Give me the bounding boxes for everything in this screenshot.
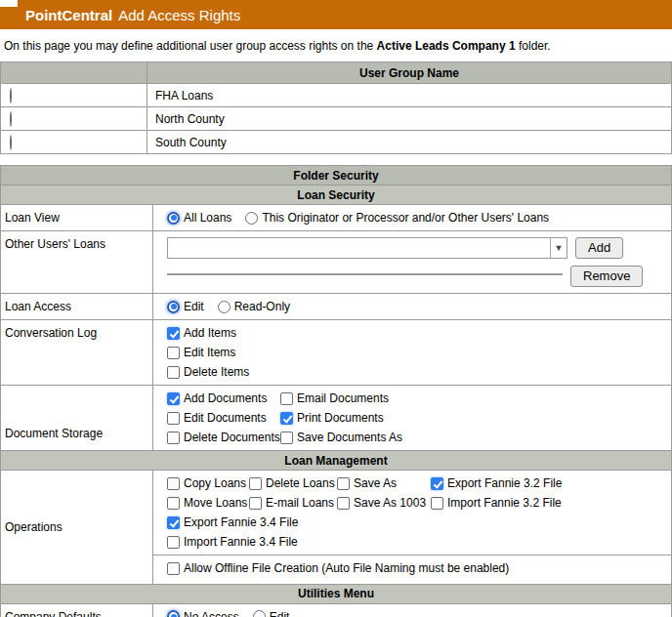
checkbox-label: Allow Offline File Creation (Auto File N…	[184, 561, 509, 575]
add-items-checkbox[interactable]	[167, 327, 180, 340]
edit-radio[interactable]	[167, 301, 180, 313]
folder-name: Active Leads Company 1	[377, 39, 516, 53]
checkbox-label: Edit Items	[184, 346, 235, 359]
export-fannie-34-checkbox[interactable]	[167, 516, 180, 529]
remove-button[interactable]: Remove	[570, 266, 643, 287]
checkbox-label: Move Loans	[184, 496, 247, 510]
export-fannie-32-checkbox[interactable]	[431, 477, 443, 490]
operations-import-fannie-32[interactable]: Import Fannie 3.2 File	[431, 496, 667, 510]
email-loans-checkbox[interactable]	[249, 497, 262, 510]
user-group-name: North County	[147, 107, 672, 131]
loan-access-option-read-only[interactable]: Read-Only	[218, 300, 290, 313]
document-storage-edit-documents[interactable]: Edit Documents	[167, 411, 280, 425]
document-storage-delete-documents[interactable]: Delete Documents	[167, 431, 280, 444]
user-group-radio-cell[interactable]	[1, 131, 147, 154]
operations-save-as-1003[interactable]: Save As 1003	[337, 496, 431, 510]
document-storage-email-documents[interactable]: Email Documents	[280, 391, 667, 405]
conversation-log-delete-items[interactable]: Delete Items	[167, 365, 667, 379]
user-group-table: User Group Name FHA Loans North County S…	[0, 62, 672, 154]
company-defaults-option-edit[interactable]: Edit	[253, 610, 290, 617]
allow-offline-file-creation-checkbox[interactable]	[167, 562, 180, 575]
add-button[interactable]: Add	[575, 237, 623, 259]
checkbox-label: Export Fannie 3.4 File	[184, 515, 298, 529]
this-originator-radio[interactable]	[245, 212, 258, 225]
save-documents-as-checkbox[interactable]	[280, 432, 293, 444]
delete-items-checkbox[interactable]	[167, 366, 180, 379]
operations-email-loans[interactable]: E-mail Loans	[249, 496, 337, 510]
document-storage-add-documents[interactable]: Add Documents	[167, 391, 280, 405]
operations-copy-loans[interactable]: Copy Loans	[167, 476, 249, 490]
checkbox-label: Delete Documents	[184, 431, 280, 444]
operations-import-fannie-34[interactable]: Import Fannie 3.4 File	[167, 535, 298, 549]
loan-view-options: All Loans This Originator or Processor a…	[167, 211, 667, 225]
copy-loans-checkbox[interactable]	[167, 477, 180, 490]
save-as-1003-checkbox[interactable]	[337, 497, 350, 510]
other-users-loans-select[interactable]: ▼	[167, 237, 567, 259]
edit-access-radio[interactable]	[253, 610, 266, 617]
company-defaults-option-no-access[interactable]: No Access	[167, 610, 239, 617]
document-storage-save-documents-as[interactable]: Save Documents As	[280, 431, 667, 444]
import-fannie-34-checkbox[interactable]	[167, 536, 180, 549]
operations-allow-offline-file-creation[interactable]: Allow Offline File Creation (Auto File N…	[167, 561, 509, 575]
document-storage-print-documents[interactable]: Print Documents	[280, 411, 667, 425]
operations-export-fannie-32[interactable]: Export Fannie 3.2 File	[431, 476, 667, 490]
save-as-checkbox[interactable]	[337, 477, 350, 490]
section-header-loan-security: Loan Security	[1, 185, 672, 205]
user-group-radio-cell[interactable]	[1, 107, 147, 131]
import-fannie-32-checkbox[interactable]	[431, 497, 443, 510]
checkbox-label: Delete Items	[184, 365, 249, 379]
conversation-log-edit-items[interactable]: Edit Items	[167, 346, 667, 359]
user-group-radio-north-county[interactable]	[10, 111, 12, 127]
checkbox-label: Import Fannie 3.2 File	[447, 496, 562, 510]
loan-view-option-all-loans[interactable]: All Loans	[167, 211, 231, 225]
checkbox-label: E-mail Loans	[266, 496, 334, 510]
header-corner	[0, 0, 18, 7]
user-group-name: FHA Loans	[147, 84, 672, 107]
user-group-name: South County	[147, 131, 672, 154]
print-documents-checkbox[interactable]	[280, 412, 293, 425]
loan-access-options: Edit Read-Only	[167, 300, 667, 313]
user-group-radio-cell[interactable]	[1, 84, 147, 107]
table-row: North County	[1, 107, 672, 131]
folder-security-table: Folder Security Loan Security Loan View …	[0, 165, 672, 617]
other-users-loans-label: Other Users' Loans	[1, 231, 153, 294]
move-loans-checkbox[interactable]	[167, 497, 180, 510]
page-title: Add Access Rights	[118, 7, 240, 23]
edit-documents-checkbox[interactable]	[167, 412, 180, 425]
add-documents-checkbox[interactable]	[167, 392, 180, 405]
conversation-log-add-items[interactable]: Add Items	[167, 326, 667, 340]
company-defaults-label: Company Defaults	[1, 603, 153, 617]
app-header: PointCentral Add Access Rights	[0, 0, 672, 29]
checkbox-label: Copy Loans	[184, 476, 246, 490]
email-documents-checkbox[interactable]	[280, 392, 293, 405]
operations-label: Operations	[1, 471, 153, 585]
radio-label: This Originator or Processor and/or Othe…	[262, 211, 549, 225]
operations-save-as[interactable]: Save As	[337, 476, 431, 490]
operations-export-fannie-34[interactable]: Export Fannie 3.4 File	[167, 515, 298, 529]
radio-label: Read-Only	[234, 300, 290, 313]
checkbox-label: Add Items	[184, 326, 236, 340]
section-header-folder-security: Folder Security	[1, 166, 672, 185]
checkbox-label: Edit Documents	[184, 411, 267, 425]
all-loans-radio[interactable]	[167, 212, 180, 225]
no-access-radio[interactable]	[167, 610, 180, 617]
edit-items-checkbox[interactable]	[167, 347, 180, 359]
table-row: South County	[1, 131, 672, 154]
checkbox-label: Print Documents	[297, 411, 384, 425]
delete-documents-checkbox[interactable]	[167, 432, 180, 444]
app-brand: PointCentral	[25, 7, 112, 23]
operations-delete-loans[interactable]: Delete Loans	[249, 476, 337, 490]
table-row: FHA Loans	[1, 84, 672, 107]
delete-loans-checkbox[interactable]	[249, 477, 262, 490]
user-group-radio-south-county[interactable]	[10, 135, 12, 150]
read-only-radio[interactable]	[218, 301, 231, 313]
loan-access-label: Loan Access	[1, 294, 153, 320]
operations-move-loans[interactable]: Move Loans	[167, 496, 249, 510]
checkbox-label: Delete Loans	[266, 476, 335, 490]
loan-view-option-this-originator[interactable]: This Originator or Processor and/or Othe…	[245, 211, 549, 225]
user-group-radio-fha-loans[interactable]	[10, 88, 12, 103]
chevron-down-icon[interactable]: ▼	[550, 238, 567, 258]
loan-access-option-edit[interactable]: Edit	[167, 300, 204, 313]
loan-view-label: Loan View	[1, 205, 153, 231]
operations-options: Copy Loans Delete Loans Save As Export F…	[167, 476, 667, 510]
